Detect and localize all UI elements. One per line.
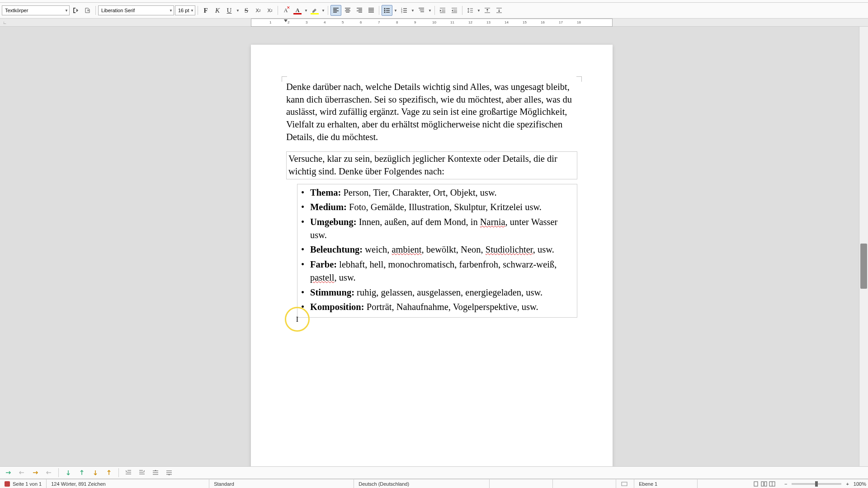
ruler-corner-icon: ∟: [3, 20, 7, 25]
single-page-view-button[interactable]: [752, 480, 760, 488]
list-item-label: Medium:: [310, 202, 347, 212]
list-item[interactable]: Farbe: lebhaft, hell, monochromatisch, f…: [300, 258, 574, 284]
status-pagestyle[interactable]: Standard: [209, 479, 354, 488]
nav-up-button[interactable]: [76, 467, 87, 478]
document-content[interactable]: Denke darüber nach, welche Details wicht…: [286, 81, 577, 318]
line-spacing-drop[interactable]: ▼: [476, 9, 481, 13]
bullet-list[interactable]: Thema: Person, Tier, Charakter, Ort, Obj…: [300, 186, 574, 314]
save-status-icon: [5, 481, 10, 487]
nav-down-button[interactable]: [63, 467, 74, 478]
font-size-combo[interactable]: 16 pt ▼: [175, 5, 195, 15]
outline-drop[interactable]: ▼: [428, 9, 432, 13]
spellcheck-word[interactable]: Narnia: [480, 217, 505, 227]
status-wordcount[interactable]: 124 Wörter, 891 Zeichen: [47, 479, 209, 488]
new-style-button[interactable]: [82, 5, 93, 16]
zoom-out-button[interactable]: −: [783, 481, 789, 487]
bullet-list-drop[interactable]: ▼: [393, 9, 398, 13]
separator: [278, 6, 278, 15]
nav-forward-link-button[interactable]: [30, 467, 41, 478]
promote-button[interactable]: [123, 467, 134, 478]
underline-button[interactable]: U: [224, 5, 235, 16]
highlight-drop[interactable]: ▼: [321, 9, 326, 13]
spellcheck-word[interactable]: pastell: [310, 272, 335, 282]
document-page[interactable]: Denke darüber nach, welche Details wicht…: [251, 45, 613, 474]
multi-page-view-button[interactable]: [760, 480, 768, 488]
paragraph[interactable]: Denke darüber nach, welche Details wicht…: [286, 81, 577, 143]
list-item-label: Beleuchtung:: [310, 244, 363, 254]
nav-back-link-button[interactable]: [43, 467, 54, 478]
superscript-button[interactable]: X2: [253, 5, 264, 16]
status-language[interactable]: Deutsch (Deutschland): [354, 479, 490, 488]
indent-marker[interactable]: [284, 19, 288, 22]
vertical-scrollbar[interactable]: [859, 27, 868, 474]
bullet-list-box[interactable]: Thema: Person, Tier, Charakter, Ort, Obj…: [297, 184, 577, 318]
align-center-button[interactable]: [342, 5, 353, 16]
nav-down-alt-button[interactable]: [90, 467, 101, 478]
zoom-in-button[interactable]: +: [844, 481, 850, 487]
paragraph[interactable]: Versuche, klar zu sein, bezüglich jeglic…: [288, 153, 575, 178]
list-item[interactable]: Umgebung: Innen, außen, auf dem Mond, in…: [300, 216, 574, 241]
book-view-button[interactable]: [768, 480, 776, 488]
font-color-drop[interactable]: ▼: [304, 9, 308, 13]
font-name-combo[interactable]: Liberation Serif ▼: [98, 5, 174, 15]
status-selection-mode[interactable]: [553, 479, 616, 488]
number-list-drop[interactable]: ▼: [410, 9, 415, 13]
list-item[interactable]: Medium: Foto, Gemälde, Illustration, Sku…: [300, 201, 574, 214]
status-layer[interactable]: Ebene 1: [634, 479, 698, 488]
page-style: Standard: [214, 481, 234, 487]
decrease-spacing-button[interactable]: [494, 5, 505, 16]
increase-indent-button[interactable]: [437, 5, 448, 16]
status-insert-mode[interactable]: [490, 479, 553, 488]
nav-forward-button[interactable]: [3, 467, 14, 478]
text-cursor-icon: I: [296, 315, 298, 324]
list-item[interactable]: Stimmung: ruhig, gelassen, ausgelassen, …: [300, 286, 574, 299]
zoom-slider-knob[interactable]: [815, 481, 818, 487]
chevron-down-icon: ▼: [169, 9, 173, 13]
align-left-button[interactable]: [330, 5, 341, 16]
strikethrough-button[interactable]: S: [241, 5, 252, 16]
clear-formatting-button[interactable]: A✕: [280, 5, 291, 16]
paragraph-box[interactable]: Versuche, klar zu sein, bezüglich jeglic…: [286, 151, 577, 179]
document-area[interactable]: Denke darüber nach, welche Details wicht…: [0, 27, 859, 474]
align-justify-button[interactable]: [366, 5, 377, 16]
nav-up-alt-button[interactable]: [104, 467, 114, 478]
paragraph-style-combo[interactable]: Textkörper ▼: [2, 5, 70, 15]
spellcheck-word[interactable]: ambient: [392, 244, 422, 254]
underline-drop[interactable]: ▼: [236, 9, 240, 13]
line-spacing-button[interactable]: [465, 5, 476, 16]
svg-rect-7: [754, 482, 758, 486]
move-down-button[interactable]: [164, 467, 175, 478]
status-signature[interactable]: [616, 479, 634, 488]
update-style-button[interactable]: [71, 5, 81, 16]
status-page[interactable]: Seite 1 von 1: [0, 479, 47, 488]
spellcheck-word[interactable]: Studiolichter: [486, 244, 533, 254]
horizontal-ruler[interactable]: 123456789101112131415161718: [251, 19, 613, 27]
outline-button[interactable]: [416, 5, 427, 16]
ruler-tick: 14: [505, 20, 509, 24]
align-right-button[interactable]: [354, 5, 365, 16]
subscript-button[interactable]: X2: [264, 5, 275, 16]
scrollbar-thumb[interactable]: [860, 244, 867, 289]
bold-button[interactable]: F: [200, 5, 211, 16]
list-item[interactable]: Komposition: Porträt, Nahaufnahme, Vogel…: [300, 300, 574, 314]
font-color-button[interactable]: A: [292, 5, 303, 16]
italic-button[interactable]: K: [212, 5, 223, 16]
separator: [462, 6, 462, 15]
increase-spacing-button[interactable]: [482, 5, 493, 16]
list-item[interactable]: Thema: Person, Tier, Charakter, Ort, Obj…: [300, 186, 574, 199]
chevron-down-icon: ▼: [65, 9, 68, 13]
page-indicator: Seite 1 von 1: [13, 481, 42, 487]
number-list-button[interactable]: 123: [399, 5, 410, 16]
separator: [198, 6, 198, 15]
zoom-value[interactable]: 100%: [854, 481, 866, 487]
highlight-button[interactable]: [309, 5, 320, 16]
nav-back-button[interactable]: [16, 467, 27, 478]
move-up-button[interactable]: [150, 467, 161, 478]
list-item[interactable]: Beleuchtung: weich, ambient, bewölkt, Ne…: [300, 243, 574, 256]
ruler-tick: 15: [523, 20, 527, 24]
list-item-label: Umgebung:: [310, 217, 357, 227]
zoom-slider[interactable]: [792, 483, 841, 485]
demote-button[interactable]: [137, 467, 147, 478]
decrease-indent-button[interactable]: [449, 5, 460, 16]
bullet-list-button[interactable]: [382, 5, 392, 16]
